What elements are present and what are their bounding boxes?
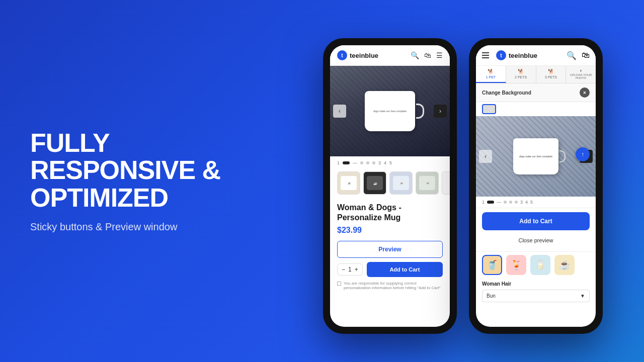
thumbnail-more[interactable]: › bbox=[442, 171, 450, 195]
change-bg-label: Change Background bbox=[482, 90, 531, 96]
chevron-down-icon: ▼ bbox=[580, 293, 585, 299]
thumbnail-4[interactable]: ☕ bbox=[416, 171, 439, 195]
thumbnail-1[interactable]: ☕ bbox=[337, 171, 360, 195]
qty-minus[interactable]: − bbox=[342, 266, 345, 273]
mug-handle bbox=[416, 104, 424, 119]
pet-icon-3: 🐕 bbox=[548, 69, 554, 74]
phone2-logo-icon: t bbox=[496, 50, 506, 60]
phone2-logo: t teeinblue bbox=[496, 50, 537, 60]
mug-text: dogs make our lives complete bbox=[373, 110, 407, 113]
thumbnails-row: ☕ ☕ ☕ ☕ › bbox=[330, 169, 450, 199]
cart-row: − 1 + Add to Cart bbox=[337, 262, 443, 277]
phone1-navbar: t teeinblue 🔍 🛍 ☰ bbox=[330, 45, 450, 66]
phone2-prev-arrow[interactable]: ‹ bbox=[479, 150, 492, 163]
phone2-navbar: t teeinblue 🔍 🛍 bbox=[476, 45, 596, 66]
pet-tab-2-label: 2 PETS bbox=[515, 75, 527, 79]
pet-icon-2: 🐕 bbox=[518, 69, 524, 74]
phone1-pagination: 1 — 3 4 5 bbox=[330, 156, 450, 169]
prev-arrow[interactable]: ‹ bbox=[333, 105, 346, 118]
disclaimer: You are responsible for supplying correc… bbox=[337, 281, 443, 290]
phone2-close-preview-button[interactable]: Close preview bbox=[482, 233, 590, 247]
search-icon[interactable]: 🔍 bbox=[411, 51, 419, 59]
menu-icon[interactable]: ☰ bbox=[436, 51, 443, 59]
bun-value: Bun bbox=[487, 293, 496, 299]
p2-pagination-dot bbox=[509, 201, 512, 204]
hair-option-3[interactable]: 🥛 bbox=[530, 255, 550, 275]
phone1-logo: t teeinblue bbox=[337, 50, 378, 60]
pet-tab-3[interactable]: 🐕 3 PETS bbox=[536, 66, 567, 83]
pet-tab-3-label: 3 PETS bbox=[545, 75, 557, 79]
hair-option-4[interactable]: ☕ bbox=[554, 255, 575, 275]
pet-tab-1[interactable]: 🐕 1 PET bbox=[476, 66, 506, 83]
subheadline: Sticky buttons & Preview window bbox=[30, 221, 252, 233]
phone1-frame: t teeinblue 🔍 🛍 ☰ dogs make our lives co… bbox=[323, 38, 457, 334]
disclaimer-checkbox[interactable] bbox=[337, 282, 341, 286]
phone2-frame: t teeinblue 🔍 🛍 🐕 1 PET 🐕 2 PETS bbox=[469, 38, 603, 334]
hamburger-icon[interactable] bbox=[482, 52, 489, 58]
pet-tab-1-label: 1 PET bbox=[486, 75, 496, 79]
next-arrow[interactable]: › bbox=[434, 105, 447, 118]
phone2-screen: t teeinblue 🔍 🛍 🐕 1 PET 🐕 2 PETS bbox=[476, 45, 596, 327]
thumbnail-3[interactable]: ☕ bbox=[389, 171, 413, 195]
close-x-button[interactable]: × bbox=[580, 87, 590, 98]
qty-value: 1 bbox=[348, 266, 352, 273]
p2-pagination-dot bbox=[504, 201, 507, 204]
phone2-logo-text: teeinblue bbox=[509, 52, 537, 59]
p2-pagination-dot-active bbox=[487, 201, 494, 204]
pet-tab-2[interactable]: 🐕 2 PETS bbox=[506, 66, 536, 83]
product-price: $23.99 bbox=[337, 226, 443, 235]
pet-tab-upload[interactable]: ⬆ UPLOAD YOUR PHOTO bbox=[566, 66, 596, 83]
hair-option-1[interactable]: 🥤 bbox=[482, 255, 502, 275]
phone2-product-image: dogs make our lives complete ‹ › ↑ bbox=[476, 116, 596, 197]
cart-icon[interactable]: 🛍 bbox=[424, 51, 431, 59]
teeinblue-logo-icon: t bbox=[337, 50, 347, 60]
p2-pagination-dot bbox=[515, 201, 518, 204]
phones-container: t teeinblue 🔍 🛍 ☰ dogs make our lives co… bbox=[282, 28, 644, 334]
scroll-top-button[interactable]: ↑ bbox=[576, 147, 590, 161]
preview-button[interactable]: Preview bbox=[337, 241, 443, 258]
left-section: FULLY RESPONSIVE & OPTIMIZED Sticky butt… bbox=[0, 129, 282, 233]
phone2-mug: dogs make our lives complete bbox=[513, 138, 558, 174]
mug-image: dogs make our lives complete bbox=[365, 91, 415, 131]
sticky-buttons: Add to Cart Close preview bbox=[476, 208, 596, 252]
phone2-mug-text: dogs make our lives complete bbox=[519, 155, 552, 158]
phone2-mug-handle bbox=[559, 150, 566, 162]
phone1-logo-text: teeinblue bbox=[350, 52, 378, 59]
pagination-dot bbox=[360, 161, 363, 164]
phone2-add-to-cart-button[interactable]: Add to Cart bbox=[482, 212, 590, 230]
phone1-nav-icons: 🔍 🛍 ☰ bbox=[411, 51, 443, 59]
upload-icon: ⬆ bbox=[580, 69, 582, 72]
phone1-screen: t teeinblue 🔍 🛍 ☰ dogs make our lives co… bbox=[330, 45, 450, 327]
phone2-nav-right: 🔍 🛍 bbox=[567, 51, 590, 60]
pagination-dot bbox=[366, 161, 369, 164]
pet-icon-1: 🐕 bbox=[488, 69, 494, 74]
pet-tab-upload-label: UPLOAD YOUR PHOTO bbox=[568, 73, 594, 79]
quantity-control[interactable]: − 1 + bbox=[337, 263, 363, 276]
phone1-product-info: Woman & Dogs - Personalize Mug $23.99 Pr… bbox=[330, 199, 450, 294]
pagination-dot-active bbox=[343, 161, 350, 164]
qty-plus[interactable]: + bbox=[355, 266, 358, 273]
phone2-search-icon[interactable]: 🔍 bbox=[567, 51, 577, 60]
headline: FULLY RESPONSIVE & OPTIMIZED bbox=[30, 129, 252, 212]
add-to-cart-button[interactable]: Add to Cart bbox=[367, 262, 443, 277]
thumbnail-2[interactable]: ☕ bbox=[363, 171, 386, 195]
phone2-pagination: 1 — 3 4 5 bbox=[476, 197, 596, 208]
phone2-cart-icon[interactable]: 🛍 bbox=[582, 51, 590, 60]
phone1-product-image: dogs make our lives complete ‹ › bbox=[330, 66, 450, 156]
woman-hair-label: Woman Hair bbox=[476, 278, 596, 288]
hair-option-2[interactable]: 🍹 bbox=[506, 255, 526, 275]
product-title: Woman & Dogs - Personalize Mug bbox=[337, 203, 443, 223]
disclaimer-text: You are responsible for supplying correc… bbox=[344, 281, 443, 290]
change-bg-bar: Change Background × bbox=[476, 83, 596, 102]
hair-options-row: 🥤 🍹 🥛 ☕ bbox=[476, 252, 596, 278]
pet-tabs: 🐕 1 PET 🐕 2 PETS 🐕 3 PETS ⬆ UPLOAD YOUR … bbox=[476, 66, 596, 83]
bun-dropdown[interactable]: Bun ▼ bbox=[482, 290, 590, 302]
pagination-dot bbox=[372, 161, 375, 164]
bg-option-selected[interactable] bbox=[482, 104, 496, 114]
